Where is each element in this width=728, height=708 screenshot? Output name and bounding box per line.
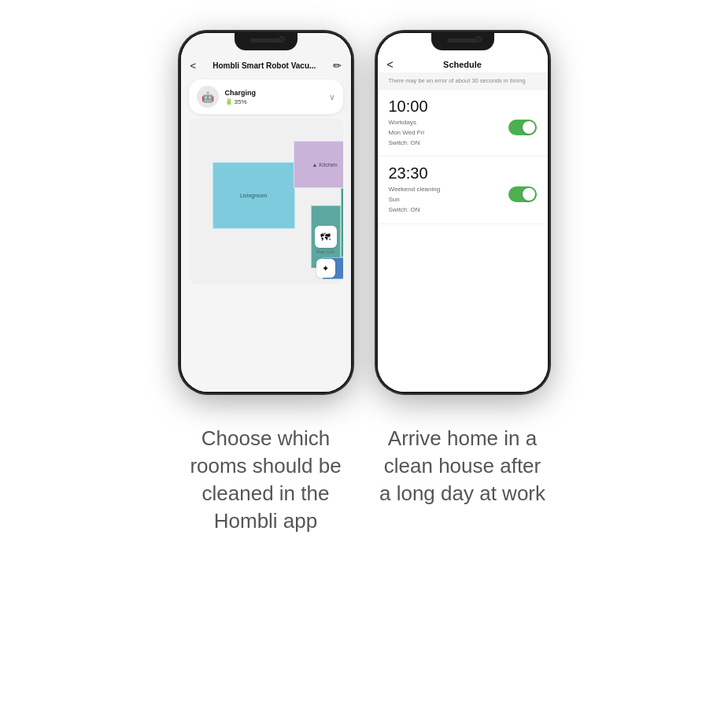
robot-icon: 🤖 [197,86,219,108]
schedule-details-1: Workdays Mon Wed Fri Switch: ON [389,118,537,148]
phone-notch [235,33,297,50]
schedule-name-1: Workdays [389,118,425,128]
schedule-back-button[interactable]: < [387,58,394,71]
room-bedroom[interactable]: ▲ Bedroom [341,188,343,257]
toggle-thumb-1 [523,121,535,134]
charging-status: Charging [225,89,257,97]
edit-button[interactable]: ✏ [333,60,342,72]
charging-card: 🤖 Charging 🔋 35% ∨ [189,79,343,114]
schedule-header: < Schedule [378,55,548,72]
map-edit-label: Map Edit [316,249,335,254]
left-caption-block: Choose which rooms should be cleaned in … [179,425,353,535]
schedule-item-1[interactable]: 10:00 Workdays Mon Wed Fri Switch: ON [378,90,548,157]
schedule-switch-1: Switch: ON [389,138,425,149]
schedule-name-2: Weekend cleaning [389,185,441,195]
left-screen-content: < Hombli Smart Robot Vacu... ✏ 🤖 Chargin… [181,33,351,392]
charging-info: Charging 🔋 35% [225,89,257,105]
toggle-1[interactable] [508,120,537,135]
schedule-info-2: Weekend cleaning Sun Switch: ON [389,185,441,215]
map-extra-button[interactable]: ✦ [316,259,335,278]
schedule-time-2: 23:30 [389,164,537,183]
chevron-down-icon: ∨ [329,92,335,102]
app-title: Hombli Smart Robot Vacu... [196,61,332,70]
back-button[interactable]: < [190,60,197,72]
map-controls: 🗺 Map Edit ✦ [315,226,337,278]
left-caption: Choose which rooms should be cleaned in … [179,425,353,535]
battery-icon: 🔋 [225,98,233,105]
schedule-item-2[interactable]: 23:30 Weekend cleaning Sun Switch: ON [378,157,548,223]
room-kitchen[interactable]: ▲ Kitchen [294,141,343,188]
left-phone-screen: < Hombli Smart Robot Vacu... ✏ 🤖 Chargin… [181,33,351,392]
right-phone-speaker [447,39,479,42]
battery-percentage: 35% [235,98,247,105]
toggle-2[interactable] [508,186,537,202]
right-screen-content: < Schedule There may be an error of abou… [378,33,548,392]
phones-row: < Hombli Smart Robot Vacu... ✏ 🤖 Chargin… [0,0,728,409]
schedule-details-2: Weekend cleaning Sun Switch: ON [389,185,537,215]
schedule-info-1: Workdays Mon Wed Fri Switch: ON [389,118,425,148]
left-app-header: < Hombli Smart Robot Vacu... ✏ [181,55,351,75]
toggle-thumb-2 [523,188,535,201]
right-phone-notch [431,33,494,50]
right-caption: Arrive home in a clean house after a lon… [376,425,549,507]
battery-bar: 🔋 35% [225,98,257,105]
schedule-switch-2: Switch: ON [389,205,441,216]
map-edit-button[interactable]: 🗺 [315,226,337,248]
left-phone: < Hombli Smart Robot Vacu... ✏ 🤖 Chargin… [179,31,353,393]
right-caption-block: Arrive home in a clean house after a lon… [376,425,549,535]
schedule-days-2: Sun [389,195,441,205]
phone-speaker [250,39,282,42]
right-phone-camera [475,36,482,42]
room-livingroom[interactable]: Livingroom [212,162,295,229]
right-phone-screen: < Schedule There may be an error of abou… [378,33,548,392]
right-phone: < Schedule There may be an error of abou… [376,31,549,393]
schedule-title: Schedule [443,60,482,69]
floor-map: Livingroom ▲ Kitchen ▲ Dining room Hallw… [189,119,343,284]
schedule-days-1: Mon Wed Fri [389,128,425,138]
captions-row: Choose which rooms should be cleaned in … [0,409,728,559]
error-note: There may be an error of about 30 second… [378,72,548,90]
phone-camera [279,36,285,42]
schedule-time-1: 10:00 [389,98,537,116]
